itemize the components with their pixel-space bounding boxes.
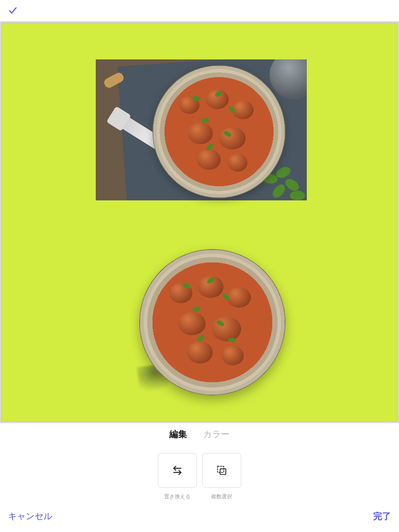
done-button[interactable]: 完了 <box>373 510 391 522</box>
canvas-object-cutout[interactable] <box>139 249 286 395</box>
tab-edit[interactable]: 編集 <box>169 428 187 440</box>
multiselect-icon <box>215 464 228 477</box>
canvas[interactable] <box>1 23 398 422</box>
tool-labels: 置き換える 複数選択 <box>0 493 399 501</box>
multiselect-label: 複数選択 <box>202 493 241 501</box>
replace-label: 置き換える <box>158 493 197 501</box>
svg-rect-3 <box>220 469 226 475</box>
tool-row <box>0 445 399 490</box>
swap-icon <box>171 464 184 477</box>
footer: キャンセル 完了 <box>0 502 399 532</box>
replace-button[interactable] <box>158 453 197 488</box>
mode-tabs: 編集 カラー <box>0 423 399 445</box>
multiselect-button[interactable] <box>202 453 241 488</box>
topbar <box>0 0 399 21</box>
bowl-in-photo <box>153 65 286 198</box>
svg-rect-2 <box>218 466 224 473</box>
tab-color[interactable]: カラー <box>203 428 230 440</box>
canvas-frame <box>0 21 399 423</box>
confirm-button[interactable] <box>8 6 18 16</box>
checkmark-icon <box>8 6 18 16</box>
cancel-button[interactable]: キャンセル <box>8 510 52 522</box>
